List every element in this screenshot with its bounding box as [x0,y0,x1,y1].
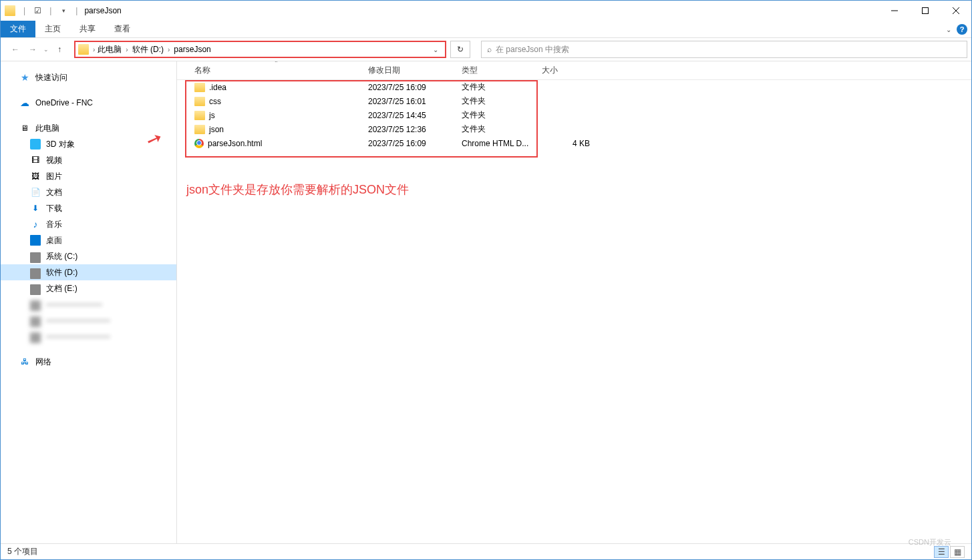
sidebar-label: ———————— [46,316,110,325]
sidebar-downloads[interactable]: 下载 [1,200,176,216]
tab-view[interactable]: 查看 [105,21,140,37]
file-date: 2023/7/25 16:09 [363,139,456,148]
tab-share[interactable]: 共享 [70,21,105,37]
video-icon [30,155,41,166]
breadcrumb-sep[interactable]: › [126,46,128,53]
file-type: 文件夹 [456,81,536,93]
col-date[interactable]: 修改日期 [363,61,456,79]
file-date: 2023/7/25 16:09 [363,83,456,92]
close-button[interactable] [941,1,971,21]
sidebar-label: ———————— [46,332,110,341]
pc-icon [19,123,30,133]
up-button[interactable]: ↑ [53,43,66,56]
ribbon-tabs: 文件 主页 共享 查看 ⌄ ? [1,21,971,38]
refresh-button[interactable]: ↻ [450,41,470,58]
crumb-this-pc[interactable]: 此电脑 [95,43,124,57]
sidebar-label: 视频 [46,155,62,166]
file-row[interactable]: json2023/7/25 12:36文件夹 [177,122,971,136]
crumb-drive-d[interactable]: 软件 (D:) [130,43,166,57]
sidebar-music[interactable]: 音乐 [1,216,176,232]
recent-locations-icon[interactable]: ⌄ [43,46,49,53]
svg-rect-1 [923,8,929,14]
address-history-dropdown-icon[interactable]: ⌄ [429,46,442,53]
file-row[interactable]: css2023/7/25 16:01文件夹 [177,94,971,108]
sidebar-label: 3D 对象 [46,139,75,150]
sidebar-onedrive[interactable]: OneDrive - FNC [1,95,176,111]
sidebar-drive-c[interactable]: 系统 (C:) [1,248,176,264]
sidebar-this-pc[interactable]: 此电脑 [1,120,176,136]
sidebar-label: 软件 (D:) [46,267,77,278]
sidebar-videos[interactable]: 视频 [1,152,176,168]
file-row[interactable]: parseJson.html2023/7/25 16:09Chrome HTML… [177,136,971,150]
col-size[interactable]: 大小 [536,61,590,79]
window-title: parseJson [84,6,121,15]
status-bar: 5 个项目 ☰ ▦ [1,543,971,559]
sidebar-hidden-1[interactable]: ——————— [1,296,176,312]
sidebar-3d[interactable]: 3D 对象 [1,136,176,152]
file-name-cell: parseJson.html [189,139,363,148]
sidebar-pictures[interactable]: 图片 [1,168,176,184]
file-name: .idea [209,83,226,92]
forward-button[interactable]: → [26,43,39,56]
drive-icon [30,284,41,295]
back-button[interactable]: ← [9,43,22,56]
col-type[interactable]: 类型 [456,61,536,79]
file-row[interactable]: js2023/7/25 14:45文件夹 [177,108,971,122]
file-name-cell: js [189,111,363,120]
sidebar-desktop[interactable]: 桌面 [1,232,176,248]
file-type: 文件夹 [456,123,536,135]
sidebar-network[interactable]: 网络 [1,354,176,370]
sidebar-label: 网络 [35,356,51,368]
file-name: js [209,111,215,120]
col-name[interactable]: ⌃名称 [189,61,363,79]
picture-icon [30,171,41,182]
document-icon [30,187,41,198]
search-box[interactable]: ⌕ 在 parseJson 中搜索 [481,41,967,58]
sidebar-drive-d[interactable]: 软件 (D:) [1,264,176,280]
ribbon-expand-icon[interactable]: ⌄ [946,26,951,33]
sidebar-drive-e[interactable]: 文档 (E:) [1,280,176,296]
view-details-button[interactable]: ☰ [934,546,949,558]
maximize-button[interactable] [910,1,941,21]
file-list-pane: ⌃名称 修改日期 类型 大小 .idea2023/7/25 16:09文件夹cs… [177,61,971,543]
folder-icon [194,125,205,134]
sidebar-label: ——————— [46,300,102,309]
view-icons-button[interactable]: ▦ [950,546,965,558]
annotation-text: json文件夹是存放你需要解析的JSON文件 [186,182,409,198]
sidebar-quick-access[interactable]: 快速访问 [1,69,176,85]
sidebar-documents[interactable]: 文档 [1,184,176,200]
file-name-cell: json [189,125,363,134]
cube-icon [30,139,41,150]
drive-icon [30,252,41,263]
breadcrumb: 此电脑 › 软件 (D:) › parseJson [95,43,213,57]
sidebar-label: 文档 [46,187,62,198]
address-bar[interactable]: › 此电脑 › 软件 (D:) › parseJson ⌄ [74,41,446,58]
download-icon [30,203,41,214]
minimize-button[interactable] [879,1,910,21]
sidebar-label: 快速访问 [35,72,67,83]
file-date: 2023/7/25 16:01 [363,97,456,106]
sidebar-label: 音乐 [46,219,62,230]
content: 快速访问 OneDrive - FNC 此电脑 3D 对象 视频 图片 文档 下… [1,61,971,543]
tab-home[interactable]: 主页 [35,21,70,37]
sidebar-hidden-2[interactable]: ———————— [1,312,176,328]
breadcrumb-sep[interactable]: › [168,46,170,53]
crumb-current[interactable]: parseJson [171,43,213,55]
help-icon[interactable]: ? [957,24,967,35]
qat-dropdown-icon[interactable]: ▾ [58,5,69,16]
drive-icon [30,300,41,311]
file-name-cell: .idea [189,83,363,92]
file-date: 2023/7/25 12:36 [363,125,456,134]
column-headers: ⌃名称 修改日期 类型 大小 [177,61,971,80]
file-name: css [209,97,221,106]
col-label: 名称 [194,65,210,76]
search-icon: ⌕ [487,45,492,54]
qat-properties-icon[interactable]: ☑ [32,5,43,16]
network-icon [19,356,30,367]
nav-buttons: ← → ⌄ ↑ [5,43,70,56]
tab-file[interactable]: 文件 [1,21,35,37]
sidebar-hidden-3[interactable]: ———————— [1,328,176,344]
file-row[interactable]: .idea2023/7/25 16:09文件夹 [177,80,971,94]
status-item-count: 5 个项目 [7,546,38,557]
cloud-icon [19,97,30,108]
